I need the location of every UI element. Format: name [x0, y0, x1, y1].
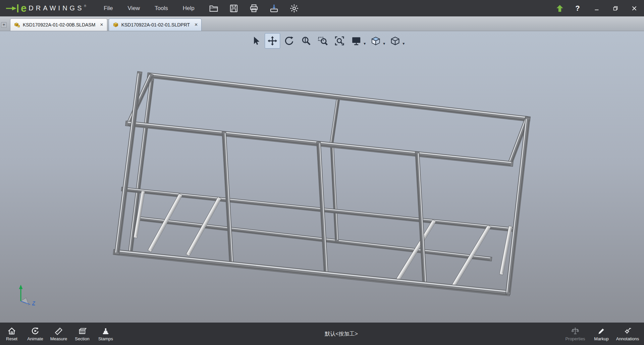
menu-help[interactable]: Help	[175, 0, 202, 16]
cursor-arrow-icon	[251, 36, 261, 46]
view-orientation-button[interactable]	[387, 33, 403, 49]
stamp-icon	[101, 327, 110, 335]
bottom-toolbar: Reset Animate Measure Section	[0, 323, 644, 345]
menu-bar: File View Tools Help	[96, 0, 202, 16]
part-doc-icon	[113, 22, 119, 28]
restore-button[interactable]	[608, 2, 623, 14]
display-style-button[interactable]	[348, 33, 364, 49]
menu-file[interactable]: File	[96, 0, 120, 16]
shaded-cube-icon	[370, 36, 381, 46]
publish-icon	[269, 3, 279, 13]
zoom-in-out-button[interactable]	[298, 33, 314, 49]
minimize-button[interactable]	[590, 2, 604, 14]
view-orientation-dropdown-caret[interactable]: ▾	[402, 41, 405, 46]
wireframe-cube-icon	[390, 36, 400, 46]
measure-label: Measure	[50, 336, 67, 341]
model-3d-render	[0, 31, 644, 323]
new-tab-button[interactable]: +	[1, 22, 7, 28]
print-icon	[249, 3, 259, 13]
bottom-left-group: Reset Animate Measure Section	[0, 323, 117, 345]
titlebar-right-controls: ?	[554, 2, 644, 14]
title-bar: e DRAWINGS ® File View Tools Help	[0, 0, 644, 16]
titlebar-toolbar	[208, 3, 300, 14]
monitor-icon	[351, 36, 362, 46]
triad-axes-icon	[15, 280, 45, 308]
save-icon	[229, 3, 239, 13]
appearances-dropdown-caret[interactable]: ▾	[383, 41, 385, 46]
logo-e-glyph: e	[21, 3, 26, 13]
help-button[interactable]: ?	[570, 4, 585, 13]
edrawings-logo: e DRAWINGS ®	[5, 3, 86, 13]
orientation-triad: Z	[15, 280, 45, 308]
pan-tool-button[interactable]	[265, 33, 280, 49]
zoom-in-out-icon	[301, 36, 311, 46]
zoom-fit-icon	[334, 36, 345, 46]
animate-label: Animate	[27, 336, 43, 341]
display-style-dropdown-caret[interactable]: ▾	[364, 41, 366, 46]
close-icon	[632, 6, 637, 11]
tab-assembly-document[interactable]: KSD170922A-01-02-00B.SLDASM ×	[10, 18, 107, 31]
print-button[interactable]	[248, 3, 260, 14]
save-button[interactable]	[228, 3, 239, 14]
configuration-status-text: 默认<按加工>	[325, 330, 358, 337]
animate-button[interactable]: Animate	[23, 323, 47, 345]
logo-registered-mark: ®	[84, 4, 87, 8]
properties-scales-icon	[571, 327, 580, 335]
rotate-icon	[284, 36, 294, 46]
tab-close-icon[interactable]: ×	[195, 22, 198, 27]
zoom-area-button[interactable]	[315, 33, 330, 49]
annotations-label: Annotations	[616, 336, 639, 341]
logo-wordmark: DRAWINGS	[29, 4, 84, 12]
stamps-label: Stamps	[98, 336, 113, 341]
view-toolbar: ▾ ▾ ▾	[247, 33, 406, 49]
menu-view[interactable]: View	[120, 0, 148, 16]
tab-label: KSD170922A-01-02-00B.SLDASM	[23, 22, 95, 27]
stamps-button[interactable]: Stamps	[94, 323, 117, 345]
tab-label: KSD170922A-01-02-01.SLDPRT	[121, 22, 190, 27]
markup-button[interactable]: Markup	[590, 323, 613, 345]
model-viewport[interactable]: ▾ ▾ ▾ Z	[0, 31, 644, 323]
zoom-area-icon	[317, 36, 328, 46]
properties-label: Properties	[565, 336, 585, 341]
home-icon	[7, 327, 16, 335]
tab-bar: + KSD170922A-01-02-00B.SLDASM × KSD17092…	[0, 16, 644, 31]
upload-arrow-icon	[555, 4, 564, 13]
open-button[interactable]	[208, 3, 219, 14]
zoom-fit-button[interactable]	[332, 33, 347, 49]
measure-icon	[54, 327, 63, 335]
settings-gear-icon	[289, 3, 299, 13]
annotations-button[interactable]: Annotations	[613, 323, 642, 345]
animate-icon	[31, 327, 40, 335]
assembly-doc-icon	[14, 22, 20, 28]
rotate-tool-button[interactable]	[281, 33, 297, 49]
bottom-right-group: Properties Markup Annotations	[561, 323, 644, 345]
triad-z-label: Z	[32, 300, 35, 306]
close-button[interactable]	[627, 2, 641, 14]
section-button[interactable]: Section	[70, 323, 94, 345]
settings-button[interactable]	[288, 3, 300, 14]
open-icon	[209, 3, 219, 13]
reset-label: Reset	[6, 336, 17, 341]
markup-label: Markup	[594, 336, 608, 341]
pencil-icon	[597, 327, 606, 335]
edrawings-logo-arrow-icon	[5, 3, 20, 13]
reset-button[interactable]: Reset	[0, 323, 23, 345]
publish-button[interactable]	[268, 3, 280, 14]
tab-close-icon[interactable]: ×	[100, 22, 103, 27]
tab-part-document[interactable]: KSD170922A-01-02-01.SLDPRT ×	[109, 18, 202, 31]
appearances-button[interactable]	[368, 33, 383, 49]
section-label: Section	[75, 336, 89, 341]
menu-tools[interactable]: Tools	[147, 0, 175, 16]
section-icon	[78, 327, 87, 335]
properties-button: Properties	[561, 323, 590, 345]
upload-button[interactable]	[554, 3, 566, 14]
annotations-icon	[623, 327, 632, 335]
measure-button[interactable]: Measure	[47, 323, 70, 345]
select-tool-button[interactable]	[248, 33, 263, 49]
pan-icon	[267, 36, 278, 46]
minimize-icon	[594, 6, 599, 11]
restore-icon	[613, 6, 618, 11]
